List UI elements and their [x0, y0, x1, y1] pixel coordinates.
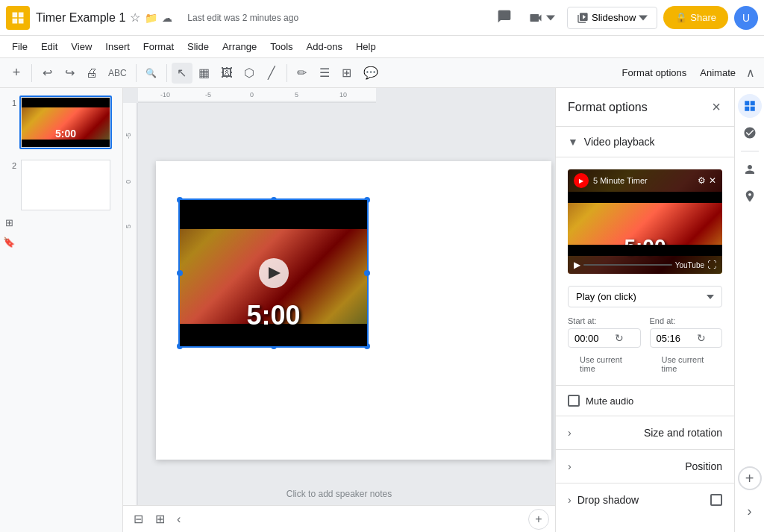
preview-progress-bar[interactable] — [583, 264, 672, 266]
drop-shadow-checkbox[interactable] — [710, 494, 722, 506]
slide-canvas: 5:00 — [156, 161, 551, 460]
svg-text:-5: -5 — [125, 133, 132, 139]
avatar[interactable]: U — [734, 6, 758, 30]
position-section: › Position — [556, 449, 734, 483]
start-at-input[interactable] — [574, 333, 612, 344]
end-at-input[interactable] — [657, 333, 694, 344]
position-title: Position — [685, 460, 722, 472]
start-at-label: Start at: — [568, 316, 641, 325]
video-timer-display: 5:00 — [246, 300, 300, 331]
preview-play-button[interactable]: ▶ — [574, 260, 580, 270]
toolbar-image-button[interactable]: 🖼 — [216, 63, 237, 84]
expand-right-bar-button[interactable]: › — [738, 499, 762, 523]
preview-close-icon[interactable]: ✕ — [709, 175, 716, 186]
resize-handle-mr[interactable] — [364, 270, 370, 276]
drop-shadow-section: › Drop shadow — [556, 483, 734, 516]
menu-addons[interactable]: Add-ons — [301, 38, 348, 55]
svg-text:-5: -5 — [205, 91, 211, 98]
menu-format[interactable]: Format — [137, 38, 180, 55]
menu-file[interactable]: File — [6, 38, 34, 55]
toolbar-table-button[interactable]: ⊞ — [336, 63, 357, 84]
toolbar-comment-button2[interactable]: 💬 — [359, 63, 383, 84]
meet-button[interactable] — [522, 7, 561, 28]
preview-channel-thumb: ▶ — [574, 173, 589, 188]
cloud-icon[interactable]: ☁ — [162, 12, 172, 24]
menu-tools[interactable]: Tools — [264, 38, 298, 55]
time-fields: Start at: ↻ End at: ↻ — [556, 316, 734, 351]
size-rotation-section: › Size and rotation — [556, 416, 734, 449]
menu-view[interactable]: View — [65, 38, 98, 55]
svg-text:5: 5 — [125, 225, 132, 228]
format-options-toolbar-button[interactable]: Format options — [616, 64, 693, 81]
start-use-current-link[interactable]: Use current time — [568, 354, 641, 379]
toolbar-shape-button[interactable]: ⬡ — [239, 63, 260, 84]
play-mode-select[interactable]: Play (on click) Play (automatically) Pla… — [568, 286, 722, 307]
toolbar-align-button[interactable]: ☰ — [314, 63, 335, 84]
video-element-on-slide[interactable]: 5:00 — [178, 198, 369, 348]
toolbar-line-button[interactable]: ╱ — [261, 63, 282, 84]
comment-button[interactable] — [492, 4, 516, 31]
preview-fullscreen-button[interactable]: ⛶ — [707, 260, 716, 270]
position-header[interactable]: › Position — [556, 450, 734, 483]
preview-settings-icon[interactable]: ⚙ — [698, 175, 706, 186]
slide-number-2: 2 — [4, 158, 16, 170]
format-panel-toggle-button[interactable] — [738, 94, 762, 118]
toolbar-undo-button[interactable]: ↩ — [37, 63, 57, 84]
size-rotation-header[interactable]: › Size and rotation — [556, 416, 734, 449]
title-area: Timer Example 1 ☆ 📁 ☁ — [36, 10, 172, 25]
preview-youtube-label: YouTube — [675, 261, 704, 269]
animate-toolbar-button[interactable]: Animate — [694, 64, 742, 81]
svg-text:5: 5 — [295, 91, 298, 98]
mute-audio-checkbox[interactable] — [568, 395, 580, 407]
main-layout: 1 5:00 2 ⊞ 🔖 — [0, 88, 764, 532]
start-at-field: Start at: ↻ — [568, 316, 641, 348]
toolbar-cursor-button[interactable]: ↖ — [172, 63, 192, 84]
toolbar-pencil-button[interactable]: ✏ — [292, 63, 313, 84]
toolbar-zoom-button[interactable]: 🔍 — [141, 63, 162, 84]
canvas-area: -10 -5 0 5 10 15 20 -5 0 5 — [123, 88, 555, 532]
svg-text:10: 10 — [339, 91, 347, 98]
slide-thumb-2[interactable] — [19, 158, 112, 212]
menu-help[interactable]: Help — [350, 38, 382, 55]
toolbar-textbox-button[interactable]: ▦ — [194, 63, 215, 84]
menu-arrange[interactable]: Arrange — [216, 38, 263, 55]
end-at-label: End at: — [650, 316, 723, 325]
format-panel-close-button[interactable]: × — [710, 97, 722, 117]
slideshow-button[interactable]: Slideshow — [567, 7, 657, 29]
toolbar-add-button[interactable]: + — [6, 63, 27, 84]
speaker-notes[interactable]: Click to add speaker notes — [286, 489, 392, 499]
toolbar-collapse-button[interactable]: ∧ — [743, 63, 758, 83]
vertical-ruler: -5 0 5 — [123, 103, 138, 505]
toolbar-redo-button[interactable]: ↪ — [59, 63, 80, 84]
add-slide-button[interactable]: + — [528, 509, 549, 530]
folder-icon[interactable]: 📁 — [145, 12, 157, 24]
collapse-panel-button[interactable]: ‹ — [172, 510, 185, 529]
slide-thumb-1[interactable]: 5:00 — [19, 96, 112, 149]
drop-shadow-header[interactable]: › Drop shadow — [556, 484, 734, 516]
add-plugin-button[interactable]: + — [738, 466, 762, 490]
video-play-icon[interactable] — [259, 258, 289, 288]
start-at-reset-button[interactable]: ↻ — [615, 332, 624, 344]
end-at-reset-button[interactable]: ↻ — [697, 332, 706, 344]
resize-handle-ml[interactable] — [177, 270, 183, 276]
end-use-current-link[interactable]: Use current time — [650, 354, 723, 379]
top-right-actions: Slideshow 🔒 Share U — [492, 4, 758, 31]
explore-button[interactable] — [738, 121, 762, 145]
toolbar: + ↩ ↪ 🖨 ABC 🔍 ↖ ▦ 🖼 ⬡ ╱ ✏ ☰ ⊞ 💬 Format o… — [0, 58, 764, 88]
grid-view-button[interactable]: ⊟ — [129, 509, 148, 529]
star-icon[interactable]: ☆ — [130, 10, 140, 25]
filmstrip-view-button[interactable]: ⊞ — [151, 509, 169, 529]
toolbar-spellcheck-button[interactable]: ABC — [104, 63, 131, 84]
toolbar-print-button[interactable]: 🖨 — [81, 63, 102, 84]
svg-text:-10: -10 — [160, 91, 170, 98]
mute-audio-label: Mute audio — [586, 395, 633, 407]
account-button[interactable] — [738, 157, 762, 181]
menu-slide[interactable]: Slide — [181, 38, 215, 55]
menu-insert[interactable]: Insert — [99, 38, 136, 55]
video-playback-section: ▼ Video playback ▶ 5 Minute Timer ⚙ ✕ — [556, 127, 734, 416]
maps-button[interactable] — [738, 184, 762, 208]
menu-edit[interactable]: Edit — [35, 38, 63, 55]
share-button[interactable]: 🔒 Share — [663, 6, 728, 29]
video-playback-header[interactable]: ▼ Video playback — [556, 127, 734, 157]
mute-audio-row: Mute audio — [556, 385, 734, 416]
